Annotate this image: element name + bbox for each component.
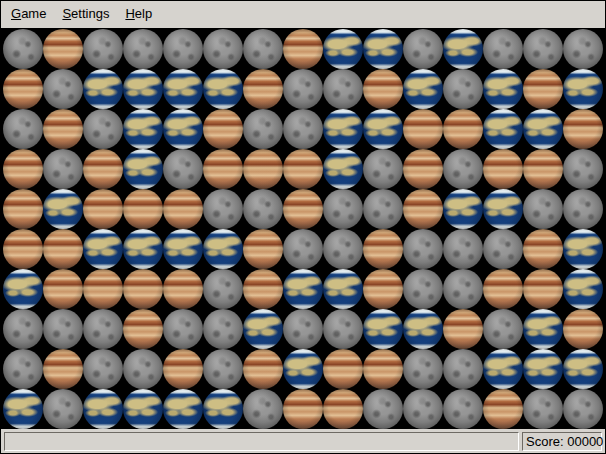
jupiter-ball[interactable] xyxy=(163,189,203,229)
moon-ball[interactable] xyxy=(563,29,603,69)
jupiter-ball[interactable] xyxy=(83,269,123,309)
earth-ball[interactable] xyxy=(83,69,123,109)
earth-ball[interactable] xyxy=(163,389,203,429)
moon-ball[interactable] xyxy=(443,149,483,189)
earth-ball[interactable] xyxy=(323,29,363,69)
jupiter-ball[interactable] xyxy=(123,189,163,229)
moon-ball[interactable] xyxy=(563,189,603,229)
moon-ball[interactable] xyxy=(523,189,563,229)
moon-ball[interactable] xyxy=(443,389,483,429)
moon-ball[interactable] xyxy=(123,349,163,389)
earth-ball[interactable] xyxy=(483,69,523,109)
moon-ball[interactable] xyxy=(523,389,563,429)
earth-ball[interactable] xyxy=(483,349,523,389)
jupiter-ball[interactable] xyxy=(563,309,603,349)
moon-ball[interactable] xyxy=(243,109,283,149)
earth-ball[interactable] xyxy=(283,349,323,389)
earth-ball[interactable] xyxy=(83,389,123,429)
moon-ball[interactable] xyxy=(323,229,363,269)
jupiter-ball[interactable] xyxy=(523,269,563,309)
moon-ball[interactable] xyxy=(203,349,243,389)
moon-ball[interactable] xyxy=(163,149,203,189)
jupiter-ball[interactable] xyxy=(563,109,603,149)
earth-ball[interactable] xyxy=(83,229,123,269)
moon-ball[interactable] xyxy=(163,29,203,69)
jupiter-ball[interactable] xyxy=(3,189,43,229)
jupiter-ball[interactable] xyxy=(483,389,523,429)
jupiter-ball[interactable] xyxy=(403,109,443,149)
jupiter-ball[interactable] xyxy=(83,189,123,229)
moon-ball[interactable] xyxy=(283,309,323,349)
jupiter-ball[interactable] xyxy=(243,229,283,269)
moon-ball[interactable] xyxy=(403,349,443,389)
jupiter-ball[interactable] xyxy=(323,349,363,389)
jupiter-ball[interactable] xyxy=(243,349,283,389)
earth-ball[interactable] xyxy=(443,189,483,229)
jupiter-ball[interactable] xyxy=(43,229,83,269)
jupiter-ball[interactable] xyxy=(363,349,403,389)
earth-ball[interactable] xyxy=(243,309,283,349)
moon-ball[interactable] xyxy=(403,229,443,269)
jupiter-ball[interactable] xyxy=(43,349,83,389)
earth-ball[interactable] xyxy=(123,149,163,189)
moon-ball[interactable] xyxy=(83,29,123,69)
jupiter-ball[interactable] xyxy=(3,149,43,189)
jupiter-ball[interactable] xyxy=(323,389,363,429)
earth-ball[interactable] xyxy=(403,309,443,349)
moon-ball[interactable] xyxy=(483,229,523,269)
jupiter-ball[interactable] xyxy=(43,109,83,149)
earth-ball[interactable] xyxy=(483,109,523,149)
jupiter-ball[interactable] xyxy=(283,149,323,189)
jupiter-ball[interactable] xyxy=(243,269,283,309)
earth-ball[interactable] xyxy=(563,69,603,109)
moon-ball[interactable] xyxy=(443,229,483,269)
jupiter-ball[interactable] xyxy=(483,269,523,309)
moon-ball[interactable] xyxy=(443,349,483,389)
earth-ball[interactable] xyxy=(323,269,363,309)
moon-ball[interactable] xyxy=(403,269,443,309)
earth-ball[interactable] xyxy=(123,229,163,269)
moon-ball[interactable] xyxy=(43,69,83,109)
moon-ball[interactable] xyxy=(43,389,83,429)
earth-ball[interactable] xyxy=(363,309,403,349)
earth-ball[interactable] xyxy=(523,349,563,389)
earth-ball[interactable] xyxy=(363,29,403,69)
earth-ball[interactable] xyxy=(443,29,483,69)
jupiter-ball[interactable] xyxy=(363,229,403,269)
jupiter-ball[interactable] xyxy=(123,269,163,309)
moon-ball[interactable] xyxy=(243,389,283,429)
moon-ball[interactable] xyxy=(203,309,243,349)
earth-ball[interactable] xyxy=(123,109,163,149)
jupiter-ball[interactable] xyxy=(243,69,283,109)
earth-ball[interactable] xyxy=(563,349,603,389)
moon-ball[interactable] xyxy=(3,109,43,149)
jupiter-ball[interactable] xyxy=(483,149,523,189)
jupiter-ball[interactable] xyxy=(283,389,323,429)
jupiter-ball[interactable] xyxy=(523,229,563,269)
jupiter-ball[interactable] xyxy=(43,29,83,69)
moon-ball[interactable] xyxy=(403,29,443,69)
jupiter-ball[interactable] xyxy=(403,189,443,229)
earth-ball[interactable] xyxy=(163,109,203,149)
moon-ball[interactable] xyxy=(43,149,83,189)
earth-ball[interactable] xyxy=(123,69,163,109)
moon-ball[interactable] xyxy=(283,109,323,149)
jupiter-ball[interactable] xyxy=(523,149,563,189)
earth-ball[interactable] xyxy=(563,269,603,309)
earth-ball[interactable] xyxy=(43,189,83,229)
earth-ball[interactable] xyxy=(163,229,203,269)
jupiter-ball[interactable] xyxy=(163,349,203,389)
jupiter-ball[interactable] xyxy=(363,69,403,109)
moon-ball[interactable] xyxy=(243,189,283,229)
moon-ball[interactable] xyxy=(163,309,203,349)
moon-ball[interactable] xyxy=(83,109,123,149)
moon-ball[interactable] xyxy=(43,309,83,349)
earth-ball[interactable] xyxy=(483,189,523,229)
jupiter-ball[interactable] xyxy=(203,149,243,189)
moon-ball[interactable] xyxy=(363,389,403,429)
jupiter-ball[interactable] xyxy=(283,29,323,69)
jupiter-ball[interactable] xyxy=(363,269,403,309)
jupiter-ball[interactable] xyxy=(3,229,43,269)
earth-ball[interactable] xyxy=(403,69,443,109)
earth-ball[interactable] xyxy=(203,229,243,269)
